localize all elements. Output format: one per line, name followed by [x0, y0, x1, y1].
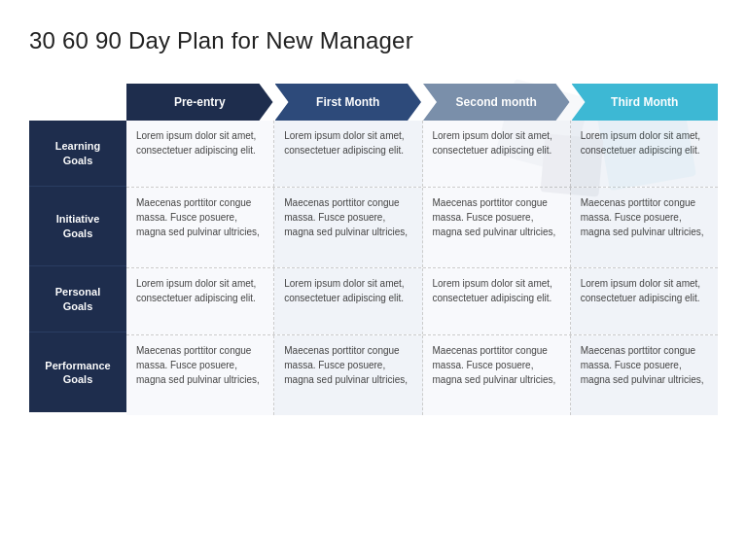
table-cell: Lorem ipsum dolor sit amet, consectetuer…	[274, 268, 422, 334]
grid-area: Lorem ipsum dolor sit amet, consectetuer…	[126, 121, 718, 415]
table-cell: Lorem ipsum dolor sit amet, consectetuer…	[571, 268, 718, 334]
table-cell: Maecenas porttitor congue massa. Fusce p…	[274, 188, 422, 267]
table-cell: Lorem ipsum dolor sit amet, consectetuer…	[423, 121, 571, 187]
table-cell: Maecenas porttitor congue massa. Fusce p…	[571, 335, 718, 415]
row-label-2: InitiativeGoals	[29, 187, 126, 266]
table-cell: Maecenas porttitor congue massa. Fusce p…	[126, 188, 274, 267]
header-first-month: First Month	[275, 84, 422, 121]
table-cell: Maecenas porttitor congue massa. Fusce p…	[423, 335, 571, 415]
column-headers: Pre-entry First Month Second month Third…	[126, 84, 718, 121]
page-title: 30 60 90 Day Plan for New Manager	[29, 27, 718, 54]
header-pre-entry: Pre-entry	[126, 84, 273, 121]
row-label-4: PerformanceGoals	[29, 332, 126, 412]
main-table: LearningGoalsInitiativeGoalsPersonalGoal…	[29, 121, 718, 415]
table-row-3: Lorem ipsum dolor sit amet, consectetuer…	[126, 268, 718, 335]
row-labels: LearningGoalsInitiativeGoalsPersonalGoal…	[29, 121, 126, 415]
table-cell: Maecenas porttitor congue massa. Fusce p…	[423, 188, 571, 267]
row-label-3: PersonalGoals	[29, 266, 126, 332]
table-cell: Lorem ipsum dolor sit amet, consectetuer…	[126, 268, 274, 334]
table-cell: Maecenas porttitor congue massa. Fusce p…	[571, 188, 718, 267]
header-third-month: Third Month	[572, 84, 719, 121]
header-second-month: Second month	[423, 84, 570, 121]
table-cell: Maecenas porttitor congue massa. Fusce p…	[274, 335, 422, 415]
table-cell: Lorem ipsum dolor sit amet, consectetuer…	[274, 121, 422, 187]
table-cell: Lorem ipsum dolor sit amet, consectetuer…	[126, 121, 274, 187]
table-cell: Lorem ipsum dolor sit amet, consectetuer…	[571, 121, 718, 187]
row-label-1: LearningGoals	[29, 121, 126, 187]
table-row-1: Lorem ipsum dolor sit amet, consectetuer…	[126, 121, 718, 188]
table-row-4: Maecenas porttitor congue massa. Fusce p…	[126, 335, 718, 415]
table-cell: Lorem ipsum dolor sit amet, consectetuer…	[423, 268, 571, 334]
table-row-2: Maecenas porttitor congue massa. Fusce p…	[126, 188, 718, 268]
table-cell: Maecenas porttitor congue massa. Fusce p…	[126, 335, 274, 415]
